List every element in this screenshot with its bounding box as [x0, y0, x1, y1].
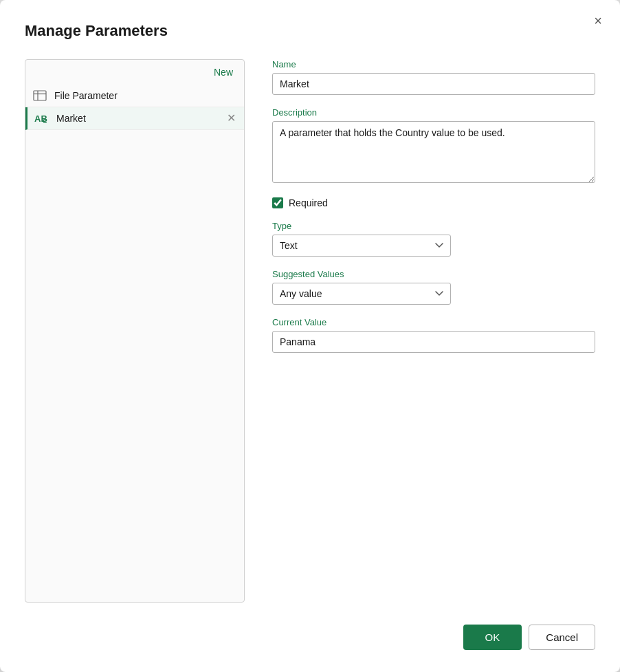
- suggested-values-field-group: Suggested Values Any value List of value…: [272, 269, 595, 305]
- table-icon: [32, 90, 47, 101]
- description-input[interactable]: A parameter that holds the Country value…: [272, 121, 595, 183]
- svg-rect-0: [34, 91, 46, 100]
- dialog-footer: OK Cancel: [25, 603, 595, 650]
- suggested-values-select[interactable]: Any value List of values Query: [272, 283, 451, 305]
- ok-button[interactable]: OK: [463, 625, 522, 650]
- required-row: Required: [272, 197, 595, 208]
- list-item-label: File Parameter: [54, 90, 237, 101]
- description-field-group: Description A parameter that holds the C…: [272, 107, 595, 185]
- current-value-field-group: Current Value: [272, 317, 595, 353]
- required-checkbox[interactable]: [272, 197, 283, 208]
- current-value-label: Current Value: [272, 317, 595, 327]
- current-value-input[interactable]: [272, 331, 595, 353]
- abc-icon: AB C: [34, 113, 49, 124]
- type-select[interactable]: Text Number Date Date/Time Date/Time/Tim…: [272, 235, 451, 257]
- name-input[interactable]: [272, 73, 595, 95]
- new-btn-row: New: [25, 60, 244, 85]
- list-item[interactable]: File Parameter: [25, 85, 244, 107]
- manage-parameters-dialog: × Manage Parameters New File P: [0, 0, 620, 672]
- left-panel: New File Parameter: [25, 59, 245, 603]
- right-panel: Name Description A parameter that holds …: [272, 59, 595, 603]
- description-label: Description: [272, 107, 595, 118]
- delete-parameter-button[interactable]: ✕: [225, 113, 237, 124]
- content-area: New File Parameter: [25, 59, 595, 603]
- new-parameter-button[interactable]: New: [208, 64, 239, 80]
- type-field-group: Type Text Number Date Date/Time Date/Tim…: [272, 221, 595, 257]
- name-field-group: Name: [272, 59, 595, 95]
- type-label: Type: [272, 221, 595, 231]
- list-item-label: Market: [56, 113, 219, 124]
- required-label: Required: [289, 197, 328, 208]
- dialog-title: Manage Parameters: [25, 22, 595, 40]
- list-item[interactable]: AB C Market ✕: [25, 107, 244, 130]
- parameter-list: File Parameter AB C Market ✕: [25, 85, 244, 602]
- name-label: Name: [272, 59, 595, 69]
- close-button[interactable]: ×: [590, 11, 606, 30]
- suggested-values-label: Suggested Values: [272, 269, 595, 279]
- svg-text:C: C: [43, 118, 47, 124]
- cancel-button[interactable]: Cancel: [529, 625, 595, 650]
